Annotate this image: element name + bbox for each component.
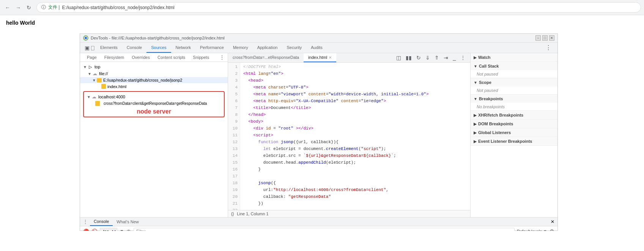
editor-tab-index[interactable]: index.html ✕ [304,53,336,62]
status-position: Line 1, Column 1 [237,212,268,216]
address-bar[interactable]: ⓘ 文件 | E:/iuap/redux-start/github/cross_… [36,2,641,13]
code-line-10: <div id = "root" ></div> [243,125,467,132]
file-tree: ▼ ▷ top ▼ ☁ file:// ▼ E:/iuap/re [80,62,228,217]
call-stack-header[interactable]: ▼ Call Stack [471,62,557,70]
watch-arrow: ▶ [474,55,477,60]
console-filter-icon[interactable]: 🚫 [91,229,98,231]
clear-console-icon[interactable]: ⛔ [83,229,89,231]
xhr-header[interactable]: ▶ XHR/fetch Breakpoints [471,111,557,119]
watch-label: Watch [478,55,491,60]
step-over-icon[interactable]: ↻ [415,54,422,62]
editor-tab-cross[interactable]: cross?fromData=...etResponseData [228,53,304,62]
devtools-titlebar: DevTools - file:///E:/iuap/redux-start/g… [80,34,557,43]
breakpoints-content: No breakpoints [471,103,557,111]
tab-network[interactable]: Network [171,43,195,53]
page-content: hello World [0,15,644,30]
tree-arrow-folder: ▼ [92,78,97,82]
console-filter-input[interactable] [134,228,515,231]
code-line-3: <head> [243,77,467,84]
console-settings-icon[interactable]: ⚙ [550,228,554,231]
editor-tab-index-label: index.html [308,55,327,60]
tree-item-file[interactable]: ▼ ☁ file:// [80,70,228,77]
code-line-9: <body> [243,118,467,125]
global-label: Global Listeners [478,130,511,135]
subtab-snippets[interactable]: Snippets [189,53,213,62]
back-button[interactable]: ← [3,3,12,12]
minimize-button[interactable]: − [535,35,541,41]
more-tabs-button[interactable]: ⋮ [542,43,554,53]
tab-security[interactable]: Security [282,43,306,53]
code-line-8: </head> [243,111,467,118]
step-out-icon[interactable]: ⇑ [433,54,441,62]
console-context-selector[interactable]: top [100,228,117,231]
tab-performance[interactable]: Performance [195,43,228,53]
scope-content: Not paused [471,87,557,94]
folder-icon-top: ▷ [88,64,93,69]
close-console-button[interactable]: ✕ [551,219,554,224]
watch-header[interactable]: ▶ Watch [471,53,557,62]
tree-item-localhost[interactable]: ▼ ☁ localhost:4000 [87,93,221,100]
dom-label: DOM Breakpoints [478,122,513,126]
code-line-22 [243,207,467,210]
tree-item-index[interactable]: index.html [80,83,228,90]
eye-icon[interactable]: 👁 [126,229,131,231]
subtab-overrides[interactable]: Overrides [128,53,154,62]
tree-arrow-top: ▼ [83,65,88,69]
console-levels-dropdown[interactable]: Default levels ▼ [517,229,547,231]
editor-tab-close-icon[interactable]: ✕ [329,55,332,60]
file-icon-cross [95,101,100,106]
code-editor[interactable]: 12345 678910 1112131415 1617181920 21222… [228,63,470,210]
pause-icon[interactable]: ▮▮ [404,54,413,62]
forward-button[interactable]: → [14,3,23,12]
status-bar: {} Line 1, Column 1 [228,210,470,217]
editor-toolbar-icons: ◫ ▮▮ ↻ ⇓ ⇑ ⇥ ⎯ ⋮ [395,54,467,62]
more-editor-icon[interactable]: ⋮ [459,54,467,62]
tree-item-cross-file[interactable]: cross?fromData=client&getResponseData=ge… [87,100,221,107]
reload-button[interactable]: ↻ [24,3,33,12]
tree-arrow-file: ▼ [88,72,92,76]
sources-subtabs: Page Filesystem Overrides Content script… [80,53,228,62]
dom-header[interactable]: ▶ DOM Breakpoints [471,120,557,128]
device-icon[interactable]: ⎕ [91,45,94,51]
tree-item-top[interactable]: ▼ ▷ top [80,63,228,70]
sources-more-button[interactable]: ⋮ [219,54,225,60]
code-line-4: <meta charset="UTF-8"> [243,84,467,91]
tab-sources[interactable]: Sources [146,43,171,53]
code-content[interactable]: <!DOCTYPE html> <html lang="en"> <head> … [240,63,470,210]
console-tab-whatsnew[interactable]: What's New [113,218,142,226]
global-header[interactable]: ▶ Global Listeners [471,128,557,137]
inspect-icon[interactable]: ▣ [85,45,90,51]
subtab-content-scripts[interactable]: Content scripts [154,53,189,62]
format-button[interactable]: {} [231,212,234,216]
subtab-filesystem[interactable]: Filesystem [101,53,128,62]
tab-memory[interactable]: Memory [228,43,253,53]
tab-application[interactable]: Application [253,43,282,53]
tree-item-folder[interactable]: ▼ E:/iuap/redux-start/github/cross_node/… [80,77,228,83]
step-icon[interactable]: ⇥ [442,54,450,62]
tab-audits[interactable]: Audits [306,43,327,53]
console-menu-icon[interactable]: ⋮ [83,219,88,224]
xhr-arrow: ▶ [474,113,477,117]
call-stack-content: Not paused [471,70,557,78]
breakpoints-arrow: ▼ [474,97,477,101]
split-view-icon[interactable]: ◫ [395,54,403,62]
breakpoints-header[interactable]: ▼ Breakpoints [471,95,557,103]
deactivate-bp-icon[interactable]: ⎯ [451,54,457,62]
cloud-icon-localhost: ☁ [91,94,97,99]
tab-elements[interactable]: Elements [96,43,122,53]
code-line-14: eleScript.src = `${url}&getResponseData=… [243,152,467,159]
maximize-button[interactable]: □ [542,35,548,41]
tab-console[interactable]: Console [122,43,146,53]
scope-header[interactable]: ▼ Scope [471,78,557,87]
console-tab-console[interactable]: Console [90,218,113,226]
page-title: hello World [6,20,638,26]
subtab-page[interactable]: Page [83,53,101,62]
scope-arrow: ▼ [474,81,477,85]
code-line-21: }) [243,200,467,207]
global-section: ▶ Global Listeners [471,128,557,137]
close-button[interactable]: ✕ [549,35,554,41]
event-header[interactable]: ▶ Event Listener Breakpoints [471,137,557,145]
code-line-12: function jsonp({url, callback}){ [243,139,467,145]
scope-section: ▼ Scope Not paused [471,78,557,95]
step-into-icon[interactable]: ⇓ [424,54,431,62]
